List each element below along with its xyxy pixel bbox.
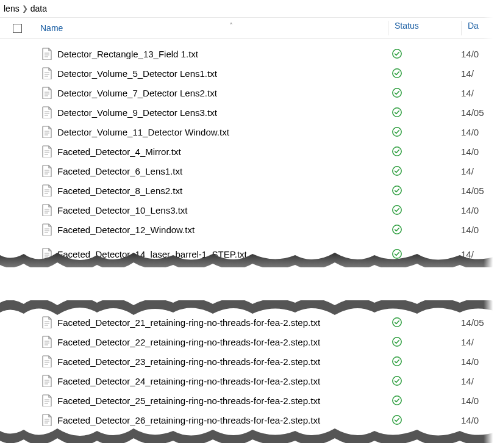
name-cell[interactable]: Faceted_Detector_26_retaining-ring-no-th… [34,414,388,426]
name-cell[interactable]: Detector_Rectangle_13_Field 1.txt [34,48,388,60]
status-cell [388,185,461,196]
date-cell: 14/0 [461,415,497,425]
name-cell[interactable]: Faceted_Detector_10_Lens3.txt [34,204,388,216]
status-cell [388,204,461,215]
column-header-date[interactable]: Da [468,21,479,31]
status-cell [388,356,461,367]
date-cell: 14/ [461,88,497,98]
sort-indicator-icon: ˄ [229,22,233,31]
file-name: Faceted_Detector_6_Lens1.txt [57,166,182,176]
column-header-status[interactable]: Status [395,21,419,31]
sync-ok-icon [392,48,402,59]
sync-ok-icon [392,356,402,367]
text-file-icon [41,87,52,99]
text-file-icon [41,204,52,216]
status-cell [388,107,461,118]
file-name: Detector_Volume_9_Detector Lens3.txt [57,107,217,118]
sync-ok-icon [392,87,402,98]
torn-edge [0,426,497,435]
name-cell[interactable]: Detector_Volume_9_Detector Lens3.txt [34,106,388,118]
name-cell[interactable]: Faceted_Detector_6_Lens1.txt [34,165,388,177]
status-cell [388,146,461,157]
name-cell[interactable]: Faceted_Detector_12_Window.txt [34,223,388,236]
text-file-icon [41,394,52,406]
name-cell[interactable]: Detector_Volume_11_Detector Window.txt [34,126,388,138]
file-name: Detector_Volume_7_Detector Lens2.txt [57,88,217,98]
file-name: Faceted_Detector_8_Lens2.txt [57,186,182,196]
sync-ok-icon [392,224,402,235]
sync-ok-icon [392,204,402,215]
text-file-icon [41,355,52,367]
date-cell: 14/ [461,68,497,79]
name-cell[interactable]: Faceted_Detector_8_Lens2.txt [34,184,388,197]
file-name: Faceted_Detector_21_retaining-ring-no-th… [57,317,320,328]
name-cell[interactable]: Detector_Volume_7_Detector Lens2.txt [34,87,388,99]
status-cell [388,224,461,235]
file-name: Detector_Volume_5_Detector Lens1.txt [57,68,217,79]
date-cell: 14/0 [461,225,497,235]
date-cell: 14/0 [461,146,497,157]
breadcrumb: lens ❯ data [0,0,497,17]
text-file-icon [41,375,52,387]
date-cell: 14/ [461,166,497,176]
date-cell: 14/05 [461,317,497,328]
file-name: Detector_Rectangle_13_Field 1.txt [57,49,198,59]
table-row[interactable]: Faceted_Detector_12_Window.txt14/0 [0,220,497,239]
name-cell[interactable]: Faceted_Detector_23_retaining-ring-no-th… [34,355,388,367]
date-cell: 14/ [461,337,497,347]
table-row[interactable]: Faceted_Detector_22_retaining-ring-no-th… [0,332,497,352]
sync-ok-icon [392,395,402,406]
text-file-icon [41,165,52,177]
table-row[interactable]: Faceted_Detector_8_Lens2.txt14/05 [0,181,497,200]
status-cell [388,165,461,176]
file-name: Detector_Volume_11_Detector Window.txt [57,127,229,137]
file-name: Faceted_Detector_24_retaining-ring-no-th… [57,376,320,386]
date-cell: 14/0 [461,49,497,59]
date-cell: 14/0 [461,205,497,215]
text-file-icon [41,106,52,118]
text-file-icon [41,223,52,236]
status-cell [388,336,461,347]
select-all-checkbox[interactable] [13,24,22,33]
status-cell [388,375,461,386]
file-name: Faceted_Detector_22_retaining-ring-no-th… [57,337,320,347]
table-row[interactable]: Faceted_Detector_6_Lens1.txt14/ [0,161,497,181]
file-name: Faceted_Detector_23_retaining-ring-no-th… [57,356,320,367]
name-cell[interactable]: Faceted_Detector_24_retaining-ring-no-th… [34,375,388,387]
date-cell: 14/0 [461,356,497,367]
file-name: Faceted_Detector_4_Mirror.txt [57,146,181,157]
text-file-icon [41,184,52,197]
table-row[interactable]: Faceted_Detector_24_retaining-ring-no-th… [0,371,497,391]
sync-ok-icon [392,68,402,79]
status-cell [388,87,461,98]
table-row[interactable]: Detector_Volume_11_Detector Window.txt14… [0,122,497,142]
table-row[interactable]: Faceted_Detector_10_Lens3.txt14/0 [0,200,497,220]
table-row[interactable]: Detector_Volume_7_Detector Lens2.txt14/ [0,83,497,103]
table-row[interactable]: Faceted_Detector_23_retaining-ring-no-th… [0,352,497,371]
breadcrumb-segment[interactable]: lens [4,4,20,13]
table-row[interactable]: Detector_Rectangle_13_Field 1.txt14/0 [0,44,497,63]
name-cell[interactable]: Faceted_Detector_25_retaining-ring-no-th… [34,394,388,406]
date-cell: 14/05 [461,186,497,196]
status-cell [388,48,461,59]
breadcrumb-segment[interactable]: data [30,4,47,13]
table-row[interactable]: Detector_Volume_5_Detector Lens1.txt14/ [0,63,497,83]
sync-ok-icon [392,126,402,137]
file-name: Faceted_Detector_10_Lens3.txt [57,205,187,215]
date-cell: 14/0 [461,127,497,137]
table-row[interactable]: Faceted_Detector_25_retaining-ring-no-th… [0,391,497,410]
table-row[interactable]: Faceted_Detector_4_Mirror.txt14/0 [0,142,497,161]
table-row[interactable]: Detector_Volume_9_Detector Lens3.txt14/0… [0,103,497,122]
text-file-icon [41,145,52,157]
text-file-icon [41,67,52,79]
sync-ok-icon [392,185,402,196]
name-cell[interactable]: Detector_Volume_5_Detector Lens1.txt [34,67,388,79]
file-name: Faceted_Detector_12_Window.txt [57,225,195,235]
name-cell[interactable]: Faceted_Detector_4_Mirror.txt [34,145,388,157]
name-cell[interactable]: Faceted_Detector_22_retaining-ring-no-th… [34,336,388,348]
date-cell: 14/ [461,376,497,386]
chevron-right-icon: ❯ [22,4,28,13]
text-file-icon [41,126,52,138]
column-header-name[interactable]: Name [40,23,63,33]
file-list: Detector_Rectangle_13_Field 1.txt14/0Det… [0,39,497,239]
